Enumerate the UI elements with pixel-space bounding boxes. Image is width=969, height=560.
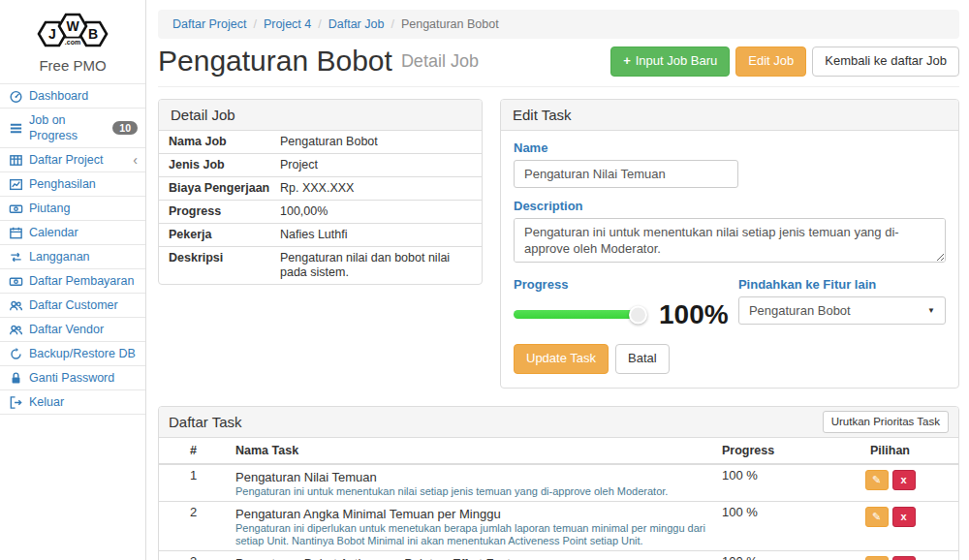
sidebar-item-daftar-customer[interactable]: Daftar Customer	[0, 294, 145, 318]
breadcrumb-current: Pengaturan Bobot	[401, 17, 499, 31]
edit-task-icon-button[interactable]: ✎	[865, 556, 889, 560]
pencil-icon: ✎	[872, 511, 881, 523]
header-buttons: +Input Job Baru Edit Job Kembali ke daft…	[610, 47, 959, 77]
task-description: Pengaturan ini untuk menentukan nilai se…	[235, 485, 706, 498]
sidebar-item-keluar[interactable]: Keluar	[0, 390, 145, 415]
detail-row: Progress100,00%	[159, 201, 482, 224]
sidebar-item-daftar-vendor[interactable]: Daftar Vendor	[0, 318, 145, 342]
jwb-logo: J W B .com	[0, 0, 145, 55]
move-feature-select[interactable]: Pengaturan Bobot ▼	[738, 296, 946, 325]
select-caret-icon: ▼	[927, 306, 935, 315]
urutkan-prioritas-task-button-top[interactable]: Urutkan Prioritas Task	[823, 411, 949, 433]
detail-job-panel-title: Detail Job	[159, 100, 482, 131]
tasks-icon	[8, 121, 23, 136]
batal-button[interactable]: Batal	[615, 344, 670, 374]
money-icon	[8, 202, 23, 216]
sidebar-item-label: Piutang	[29, 201, 70, 216]
detail-row: Biaya PengerjaanRp. XXX.XXX	[159, 177, 482, 201]
progress-slider-handle[interactable]	[629, 305, 647, 324]
sidebar-item-langganan[interactable]: Langganan	[0, 245, 145, 269]
money-icon	[8, 274, 23, 289]
column-header-no: #	[159, 438, 228, 464]
move-feature-selected-value: Pengaturan Bobot	[749, 303, 851, 318]
edit-job-button[interactable]: Edit Job	[735, 47, 806, 77]
pencil-icon: ✎	[872, 474, 881, 486]
calendar-icon	[8, 226, 23, 240]
breadcrumb-link-daftar-project[interactable]: Daftar Project	[172, 17, 246, 31]
sidebar-item-penghasilan[interactable]: Penghasilan	[0, 172, 145, 197]
task-name-input[interactable]	[514, 160, 738, 188]
task-row: 1 Pengaturan Nilai Temuan Pengaturan ini…	[159, 464, 958, 502]
detail-row: Nama JobPengaturan Bobot	[159, 131, 482, 154]
sidebar-item-label: Penghasilan	[29, 176, 96, 192]
refresh-icon	[8, 347, 23, 361]
column-header-nama-task: Nama Task	[228, 438, 714, 464]
page-header: Pengaturan Bobot Detail Job +Input Job B…	[158, 39, 959, 87]
edit-task-icon-button[interactable]: ✎	[865, 470, 889, 490]
svg-text:W: W	[66, 18, 79, 34]
breadcrumb-link-daftar-job[interactable]: Daftar Job	[328, 17, 385, 31]
sign-out-icon	[8, 395, 23, 410]
kembali-ke-daftar-job-button[interactable]: Kembali ke daftar Job	[812, 47, 959, 77]
plus-icon: +	[623, 53, 631, 70]
sidebar-item-label: Calendar	[29, 225, 78, 240]
delete-task-icon-button[interactable]: x	[892, 507, 916, 527]
sidebar-item-label: Backup/Restore DB	[29, 346, 136, 361]
sidebar-item-label: Daftar Project	[29, 152, 103, 168]
task-row: 3 Pengaturan Bobot Activeness Point vs E…	[159, 550, 958, 560]
progress-slider[interactable]	[514, 310, 638, 319]
x-icon: x	[900, 474, 906, 485]
progress-slider-fill	[514, 310, 638, 319]
breadcrumb-link-project-4[interactable]: Project 4	[264, 17, 311, 31]
detail-row: PekerjaNafies Luthfi	[159, 224, 482, 247]
task-description-textarea[interactable]: Pengaturan ini untuk menentukan nilai se…	[514, 218, 946, 263]
sidebar-item-calendar[interactable]: Calendar	[0, 221, 145, 245]
update-task-button[interactable]: Update Task	[514, 344, 609, 374]
detail-row: DeskripsiPengaturan nilai dan bobot nila…	[159, 247, 482, 284]
users-icon	[8, 298, 23, 313]
delete-task-icon-button[interactable]: x	[892, 556, 916, 560]
task-name: Pengaturan Nilai Temuan	[235, 470, 706, 484]
svg-text:B: B	[88, 26, 98, 42]
sidebar-item-backup-restore-db[interactable]: Backup/Restore DB	[0, 342, 145, 366]
breadcrumb-separator: /	[253, 17, 256, 31]
sidebar-item-dashboard[interactable]: Dashboard	[0, 84, 145, 109]
progress-value: 100%	[659, 301, 729, 328]
edit-task-icon-button[interactable]: ✎	[865, 507, 889, 527]
breadcrumb: Daftar Project/Project 4/Daftar Job/Peng…	[158, 10, 959, 39]
edit-task-panel: Edit Task Name Description Pengaturan in…	[500, 99, 959, 389]
exchange-icon	[8, 250, 23, 264]
logo-com-text: .com	[65, 39, 80, 46]
svg-text:J: J	[48, 26, 56, 42]
sidebar-item-piutang[interactable]: Piutang	[0, 197, 145, 221]
sidebar-item-job-on-progress[interactable]: Job on Progress 10	[0, 109, 145, 148]
chevron-left-icon: ‹	[133, 153, 138, 167]
detail-job-panel: Detail Job Nama JobPengaturan Bobot Jeni…	[158, 99, 483, 285]
page-title: Pengaturan Bobot	[158, 47, 392, 76]
breadcrumb-separator: /	[391, 17, 393, 31]
task-description: Pengaturan ini diperlukan untuk menetuka…	[235, 522, 706, 547]
progress-label: Progress	[514, 277, 738, 292]
task-name: Pengaturan Bobot Activeness Point vs Eff…	[235, 556, 706, 560]
input-job-baru-button[interactable]: +Input Job Baru	[610, 47, 730, 77]
description-label: Description	[514, 199, 946, 213]
sidebar-item-daftar-pembayaran[interactable]: Daftar Pembayaran	[0, 269, 145, 294]
sidebar-item-label: Dashboard	[29, 88, 88, 104]
task-progress: 100 %	[714, 501, 822, 550]
sidebar-item-label: Keluar	[29, 394, 64, 410]
sidebar-item-label: Daftar Vendor	[29, 322, 104, 337]
sidebar-item-label: Ganti Password	[29, 370, 114, 386]
column-header-pilihan: Pilihan	[822, 438, 958, 464]
main-content: Daftar Project/Project 4/Daftar Job/Peng…	[146, 0, 969, 560]
sidebar-item-label: Langganan	[29, 249, 90, 264]
sidebar: J W B .com Free PMO Dashboard Job on Pro…	[0, 0, 146, 560]
sidebar-item-label: Job on Progress	[29, 112, 107, 143]
task-progress: 100 %	[714, 464, 822, 502]
app-window: J W B .com Free PMO Dashboard Job on Pro…	[0, 0, 969, 560]
detail-job-table: Nama JobPengaturan Bobot Jenis JobProjec…	[159, 131, 482, 284]
delete-task-icon-button[interactable]: x	[892, 470, 916, 490]
column-header-progress: Progress	[714, 438, 822, 464]
sidebar-item-ganti-password[interactable]: Ganti Password	[0, 366, 145, 390]
task-name: Pengaturan Angka Minimal Temuan per Ming…	[235, 507, 706, 521]
sidebar-item-daftar-project[interactable]: Daftar Project ‹	[0, 148, 145, 172]
